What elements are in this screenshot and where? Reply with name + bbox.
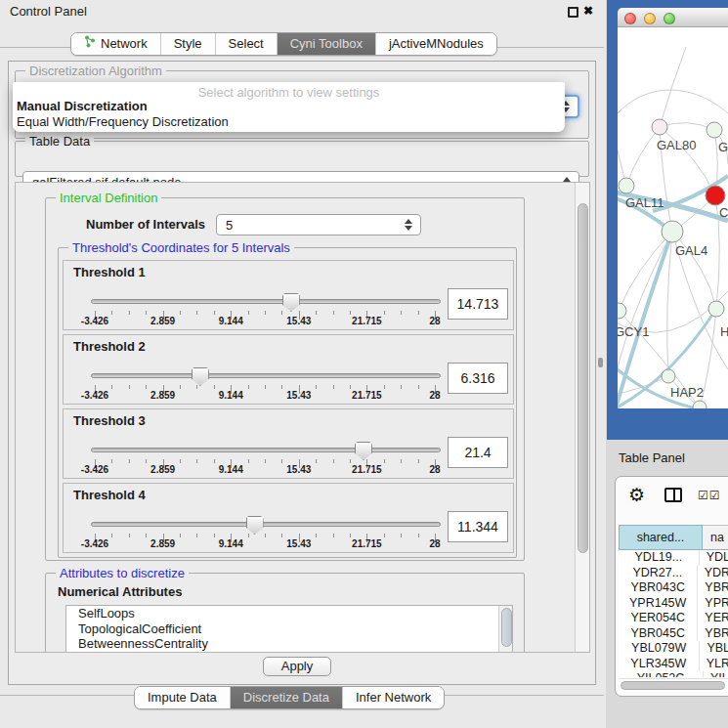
tick-mark	[196, 534, 197, 537]
close-traffic-light-icon[interactable]	[624, 13, 636, 24]
tab-jactivemnodules[interactable]: jActiveMNodules	[375, 33, 496, 55]
node-gal80[interactable]	[652, 119, 667, 135]
tick-mark	[418, 311, 419, 315]
table-cell[interactable]: YBR0	[697, 580, 728, 596]
table-cell[interactable]: YIL0	[703, 671, 728, 677]
table-cell[interactable]: YER054C	[619, 611, 697, 626]
threshold-value-field[interactable]: 11.344	[448, 511, 508, 542]
threshold-value-field[interactable]: 21.4	[448, 437, 508, 468]
table-cell[interactable]: YDR2	[697, 566, 728, 581]
tick-label: 28	[429, 316, 440, 326]
node-gal4[interactable]	[662, 221, 683, 242]
attribute-list-item[interactable]: TopologicalCoefficient	[66, 621, 512, 637]
node-right-mid[interactable]	[708, 301, 724, 317]
tab-infer-network[interactable]: Infer Network	[342, 687, 444, 708]
threshold-2-panel: Threshold 2 -3.4262.8599.14415.4321.7152…	[63, 334, 514, 405]
tick-label: 21.715	[352, 390, 382, 401]
list-scrollbar-thumb[interactable]	[501, 608, 512, 647]
slider-thumb[interactable]	[282, 293, 300, 312]
slider-thumb[interactable]	[246, 516, 264, 535]
table-row[interactable]: YDR27...YDR2	[619, 566, 728, 581]
split-divider-handle[interactable]	[598, 358, 603, 367]
top-tab-bar: Network Style Select Cyni Toolbox jActiv…	[70, 32, 497, 56]
node-hap2[interactable]	[662, 369, 675, 383]
tick-mark	[248, 459, 249, 463]
tab-discretize-data[interactable]: Discretize Data	[230, 687, 342, 708]
tab-select[interactable]: Select	[215, 33, 277, 55]
table-cell[interactable]: YLR3	[699, 657, 728, 672]
network-window-titlebar[interactable]	[618, 8, 728, 27]
tick-label: 15.43	[286, 538, 311, 549]
table-cell[interactable]: YBL0	[699, 641, 728, 657]
table-row[interactable]: YPR145WYPR1	[619, 596, 728, 612]
table-row[interactable]: YBR045CYBR0	[619, 626, 728, 642]
attribute-list-item[interactable]: SelfLoops	[66, 606, 512, 621]
tab-label: Select	[229, 33, 264, 55]
number-of-intervals-combobox[interactable]: 5	[216, 214, 421, 236]
tick-mark	[281, 459, 282, 463]
tick-mark	[214, 311, 215, 315]
table-cell[interactable]: YDL19...	[619, 550, 699, 566]
table-cell[interactable]: YPR145W	[619, 596, 697, 612]
table-row[interactable]: YIL052CYIL0	[619, 671, 728, 677]
dropdown-option-equal-width-frequency[interactable]: Equal Width/Frequency Discretization	[15, 114, 229, 129]
tab-label: Discretize Data	[243, 687, 329, 708]
tab-network[interactable]: Network	[71, 33, 160, 55]
table-row[interactable]: YLR345WYLR3	[619, 657, 728, 672]
column-header-shared-name[interactable]: shared...	[619, 525, 703, 550]
table-cell[interactable]: YDL1	[699, 550, 728, 566]
settings-scrollbar-thumb[interactable]	[578, 203, 588, 553]
slider-thumb[interactable]	[355, 442, 372, 460]
node-red[interactable]	[706, 186, 725, 205]
table-cell[interactable]: YDR27...	[619, 566, 697, 581]
tab-style[interactable]: Style	[160, 33, 215, 55]
table-cell[interactable]: YIL052C	[619, 671, 703, 677]
control-panel-titlebar: Control Panel ✖	[0, 0, 606, 23]
tab-cyni-toolbox[interactable]: Cyni Toolbox	[277, 33, 375, 55]
tick-mark	[146, 534, 147, 537]
tab-label: Cyni Toolbox	[290, 33, 363, 55]
horizontal-scrollbar-thumb[interactable]	[621, 681, 725, 690]
threshold-value-field[interactable]: 6.316	[448, 363, 508, 394]
slider-thumb[interactable]	[192, 367, 209, 386]
table-row[interactable]: YER054CYER0	[619, 611, 728, 626]
table-row[interactable]: YBR043CYBR0	[619, 580, 728, 596]
table-cell[interactable]: YLR345W	[619, 657, 699, 672]
table-cell[interactable]: YBR043C	[619, 580, 697, 596]
settings-scrollbar[interactable]	[575, 183, 589, 652]
close-icon[interactable]: ✖	[583, 4, 593, 18]
list-scrollbar[interactable]	[498, 606, 512, 653]
split-columns-icon[interactable]	[664, 488, 682, 502]
tick-mark	[111, 534, 112, 537]
dropdown-option-manual-discretization[interactable]: Manual Discretization	[15, 99, 148, 113]
table-cell[interactable]: YBL079W	[619, 641, 699, 657]
column-header-name[interactable]: na	[703, 525, 728, 550]
zoom-traffic-light-icon[interactable]	[664, 13, 675, 24]
table-cell[interactable]: YER0	[697, 611, 728, 626]
node-gcy1[interactable]	[618, 303, 626, 319]
node-top-right[interactable]	[707, 122, 722, 138]
network-canvas[interactable]: GAL80GACGAL11GAL4GCY1HHAP2	[618, 27, 728, 408]
tick-mark	[129, 459, 130, 463]
apply-button[interactable]: Apply	[263, 657, 331, 676]
attribute-list-item[interactable]: BetweennessCentrality	[66, 636, 512, 652]
node-gal11[interactable]	[619, 178, 634, 193]
tick-label: 15.43	[286, 316, 311, 326]
tab-impute-data[interactable]: Impute Data	[135, 687, 230, 708]
checkbox-columns-icon[interactable]: ☑☑	[698, 489, 721, 502]
table-cell[interactable]: YPR1	[697, 596, 728, 612]
horizontal-scrollbar[interactable]	[619, 678, 728, 692]
tick-label: 2.859	[150, 464, 175, 475]
table-cell[interactable]: YBR0	[697, 626, 728, 642]
minimize-traffic-light-icon[interactable]	[644, 13, 656, 24]
tick-label: 9.144	[219, 538, 243, 549]
gear-icon[interactable]: ⚙	[628, 484, 645, 506]
table-row[interactable]: YBL079WYBL0	[619, 641, 728, 657]
slider: -3.4262.8599.14415.4321.71528	[95, 484, 435, 552]
table-cell[interactable]: YBR045C	[619, 626, 697, 642]
threshold-value-field[interactable]: 14.713	[448, 288, 508, 320]
table-row[interactable]: YDL19...YDL1	[619, 550, 728, 566]
float-window-icon[interactable]	[568, 7, 578, 18]
tick-label: -3.426	[81, 464, 108, 475]
panel-title: Control Panel	[10, 4, 87, 19]
